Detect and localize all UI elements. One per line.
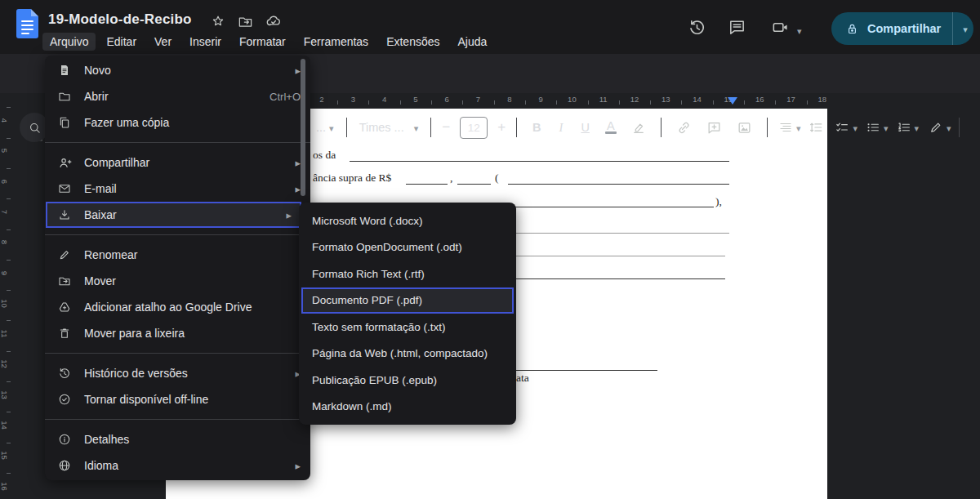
pencil-icon [56,248,73,261]
align-icon[interactable] [775,120,796,135]
submenu-item-pdf[interactable]: Documento PDF (.pdf) [301,287,514,314]
docs-logo-icon[interactable] [16,9,38,38]
menu-item-mover[interactable]: Mover [45,268,310,294]
line-spacing-icon[interactable] [800,120,831,135]
h-ruler-tick [462,100,463,105]
h-ruler-number: 3 [348,95,358,104]
bulleted-list-icon[interactable] [858,120,884,135]
version-history-icon[interactable] [688,18,706,37]
insert-image-icon[interactable] [729,120,760,136]
v-ruler-number: 7 [0,205,9,218]
comments-icon[interactable] [728,18,746,37]
font-size-input[interactable]: 12 [460,117,488,139]
editing-pen-caret-icon[interactable] [947,120,951,135]
h-ruler-number: 12 [630,95,639,104]
submenu-item-odt[interactable]: Formato OpenDocument (.odt) [299,234,516,261]
share-button[interactable]: Compartilhar [831,12,973,45]
submenu-item-epub[interactable]: Publicação EPUB (.epub) [299,367,516,394]
h-ruler-tick [713,100,714,105]
doc-blank-line [506,370,657,371]
numbered-list-icon[interactable] [889,120,915,135]
menu-formatar[interactable]: Formatar [232,33,293,51]
h-ruler-tick [556,100,557,105]
menu-ferramentas[interactable]: Ferramentas [296,33,376,51]
submenu-item-rtf[interactable]: Formato Rich Text (.rtf) [299,261,516,287]
info-icon [56,433,73,446]
h-ruler-number: 2 [317,95,327,104]
insert-link-icon[interactable] [669,120,699,136]
menu-item-label: Renomear [84,248,301,261]
doc-blank-line [406,184,448,185]
h-ruler-tick [775,100,776,105]
more-tools-button[interactable]: ... [311,121,339,134]
document-title[interactable]: 19-Modelo-de-Recibo [48,11,192,28]
menu-item-idioma[interactable]: Idioma [45,452,310,479]
drive-add-icon [56,301,73,314]
decrease-font-size-button[interactable]: − [439,119,453,136]
h-ruler-number: 6 [442,95,452,104]
toolbar-separator [959,118,960,137]
folder-move-icon [56,274,73,287]
video-call-icon[interactable] [771,18,790,37]
menu-inserir[interactable]: Inserir [182,33,229,51]
indent-marker[interactable] [728,97,737,105]
cloud-saved-icon[interactable] [265,13,282,29]
menu-item-baixar[interactable]: Baixar [46,202,301,228]
italic-button[interactable]: I [550,121,573,135]
menu-item-abrir[interactable]: Abrir Ctrl+O [45,83,310,109]
menu-item-label: Fazer uma cópia [84,116,301,129]
submenu-item-md[interactable]: Markdown (.md) [299,394,516,421]
menu-editar[interactable]: Editar [99,33,144,51]
doc-text-fragment: os da [313,149,336,162]
share-caret-icon[interactable] [963,21,968,36]
submenu-item-html[interactable]: Página da Web (.html, compactado) [299,341,516,368]
menu-extensoes[interactable]: Extensões [379,33,447,51]
menu-item-compartilhar[interactable]: Compartilhar [45,149,310,176]
text-color-letter: A [607,121,615,131]
search-icon [28,121,42,135]
increase-font-size-button[interactable]: + [494,119,509,136]
menu-item-novo[interactable]: Novo [45,57,310,83]
font-family-caret-icon [414,121,419,134]
add-comment-icon[interactable] [699,120,729,136]
menu-scrollbar[interactable] [301,59,305,196]
video-call-caret-icon[interactable] [797,23,802,38]
menu-item-adicionar-atalho[interactable]: Adicionar atalho ao Google Drive [45,294,310,320]
underline-button[interactable]: U [572,121,597,134]
v-ruler-number: 6 [0,175,9,188]
font-family-select[interactable]: Times ... [354,121,424,134]
menu-item-label: Idioma [84,459,295,472]
mail-icon [56,182,73,195]
editing-pen-icon[interactable] [919,120,947,135]
toolbar-separator [430,118,431,137]
menu-item-mover-para-lixeira[interactable]: Mover para a lixeira [45,320,310,346]
text-color-button[interactable]: A [598,121,624,134]
submenu-item-txt[interactable]: Texto sem formatação (.txt) [299,314,516,341]
doc-blank-line [506,233,729,234]
font-family-value: Times ... [359,121,404,134]
h-ruler-tick [494,100,495,105]
highlight-color-icon[interactable] [624,120,653,135]
bold-button[interactable]: B [524,121,549,134]
menu-item-historico-de-versoes[interactable]: Histórico de versões [45,360,310,386]
checklist-icon[interactable] [831,120,853,135]
h-ruler-number: 14 [693,95,702,104]
h-ruler-number: 11 [599,95,608,104]
menu-item-renomear[interactable]: Renomear [45,242,310,268]
menu-item-detalhes[interactable]: Detalhes [45,426,310,452]
submenu-arrow-icon [295,459,301,472]
menu-item-email[interactable]: E-mail [45,176,310,202]
menu-ajuda[interactable]: Ajuda [451,33,495,51]
offline-check-icon [56,393,73,406]
v-ruler-tick [7,381,11,382]
menu-item-tornar-disponivel-offline[interactable]: Tornar disponível off-line [45,386,310,412]
submenu-item-docx[interactable]: Microsoft Word (.docx) [299,207,516,234]
v-ruler-number: 10 [0,296,9,310]
menu-ver[interactable]: Ver [147,33,179,51]
move-folder-icon[interactable] [238,14,253,29]
menu-item-fazer-uma-copia[interactable]: Fazer uma cópia [45,109,310,136]
v-ruler-number: 4 [0,114,9,127]
menu-arquivo[interactable]: Arquivo [42,33,96,51]
h-ruler-tick [650,100,651,105]
star-icon[interactable] [211,14,225,29]
